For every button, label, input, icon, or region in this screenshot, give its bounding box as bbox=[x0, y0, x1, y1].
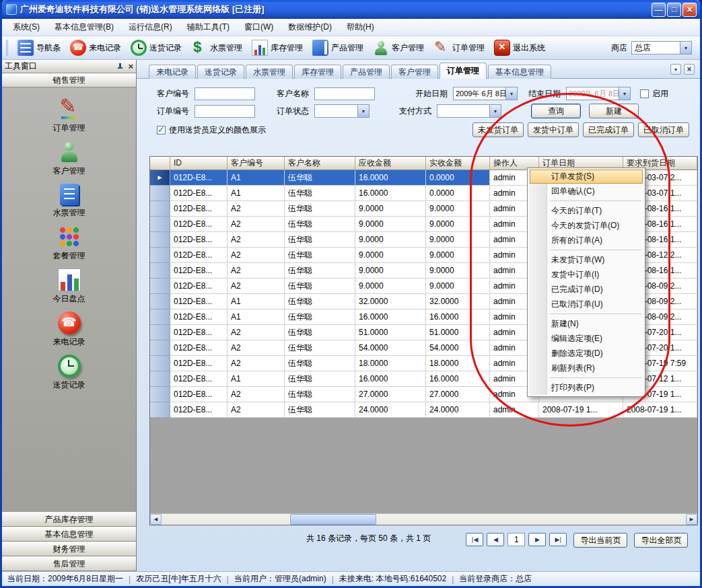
end-date-picker[interactable]: 2009年 6月 8日 bbox=[566, 87, 631, 100]
tab-7[interactable]: 订单管理 bbox=[440, 63, 487, 79]
context-menu-item[interactable]: 所有的订单(A) bbox=[528, 233, 644, 248]
tab-3[interactable]: 水票管理 bbox=[246, 65, 293, 79]
table-cell: 16.0000 bbox=[355, 170, 426, 186]
context-menu-item[interactable]: 发货中订单(I) bbox=[528, 267, 644, 282]
tab-6[interactable]: 客户管理 bbox=[391, 65, 438, 79]
toolbar-button[interactable]: 库存管理 bbox=[247, 38, 308, 57]
scroll-left-icon[interactable] bbox=[150, 514, 162, 525]
order-status-filter-button[interactable]: 已完成订单 bbox=[583, 122, 634, 137]
maximize-button[interactable]: □ bbox=[667, 3, 681, 17]
customer-name-input[interactable] bbox=[314, 87, 375, 100]
sidebar-item[interactable]: 订单管理 bbox=[2, 98, 136, 134]
sidebar-group-header[interactable]: 销售管理 bbox=[2, 73, 136, 87]
tab-2[interactable]: 送货记录 bbox=[197, 65, 244, 79]
close-button[interactable]: × bbox=[682, 3, 697, 17]
sidebar-item[interactable]: 送货记录 bbox=[2, 355, 136, 391]
sidebar-group-bar[interactable]: 基本信息管理 bbox=[2, 527, 136, 542]
order-status-filter-button[interactable]: 已取消订单 bbox=[638, 122, 689, 137]
context-menu-item[interactable]: 已完成订单(D) bbox=[528, 282, 644, 297]
table-row[interactable]: 012D-E8...A2伍华聪24.000024.0000admin2008-0… bbox=[150, 402, 697, 418]
context-menu-item[interactable]: 未发货订单(W) bbox=[528, 252, 644, 267]
context-menu-item[interactable]: 订单发货(S) bbox=[530, 170, 643, 184]
context-menu-item[interactable]: 打印列表(P) bbox=[528, 380, 644, 395]
order-status-label: 订单状态 bbox=[277, 106, 314, 117]
sidebar-item[interactable]: 今日盘点 bbox=[2, 268, 136, 305]
order-status-filter-button[interactable]: 发货中订单 bbox=[528, 122, 579, 137]
context-menu-item[interactable]: 今天的订单(T) bbox=[528, 203, 644, 218]
page-number-input[interactable] bbox=[507, 533, 525, 546]
chevron-down-icon[interactable] bbox=[680, 42, 691, 54]
tab-5[interactable]: 产品管理 bbox=[343, 65, 390, 79]
table-header-cell[interactable]: ID bbox=[170, 157, 227, 170]
menubar-item[interactable]: 运行信息(R) bbox=[122, 19, 179, 36]
chevron-down-icon[interactable] bbox=[619, 87, 630, 100]
horizontal-scrollbar[interactable] bbox=[150, 513, 697, 525]
minimize-button[interactable]: — bbox=[652, 3, 666, 17]
sidebar-item[interactable]: 客户管理 bbox=[2, 141, 136, 177]
pin-icon[interactable] bbox=[116, 63, 124, 71]
menubar-item[interactable]: 帮助(H) bbox=[340, 19, 381, 36]
context-menu-item[interactable]: 刷新列表(R) bbox=[528, 361, 644, 375]
scroll-right-icon[interactable] bbox=[686, 514, 697, 525]
toolbar-button[interactable]: 客户管理 bbox=[368, 38, 429, 57]
sidebar-item[interactable]: 套餐管理 bbox=[2, 225, 136, 262]
toolbar-button[interactable]: 水票管理 bbox=[186, 38, 247, 57]
sidebar-group-bar[interactable]: 售后管理 bbox=[2, 556, 136, 571]
sidebar-item[interactable]: 来电记录 bbox=[2, 311, 136, 348]
query-button[interactable]: 查询 bbox=[531, 104, 581, 118]
toolbar-button[interactable]: 送货记录 bbox=[126, 38, 186, 57]
menubar-item[interactable]: 窗口(W) bbox=[238, 19, 280, 36]
table-header-cell[interactable]: 实收金额 bbox=[426, 157, 490, 170]
menubar-item[interactable]: 辅助工具(T) bbox=[180, 19, 236, 36]
order-status-filter-button[interactable]: 未发货订单 bbox=[472, 122, 524, 137]
sidebar-item[interactable]: 水票管理 bbox=[2, 184, 136, 219]
context-menu-item[interactable]: 今天的发货订单(O) bbox=[528, 218, 644, 233]
chevron-down-icon[interactable] bbox=[489, 105, 501, 117]
chevron-down-icon[interactable] bbox=[505, 87, 517, 100]
order-no-input[interactable] bbox=[195, 105, 255, 118]
tab-4[interactable]: 库存管理 bbox=[294, 65, 341, 79]
table-header-cell[interactable]: 客户名称 bbox=[285, 157, 355, 170]
menubar-item[interactable]: 数据维护(D) bbox=[281, 19, 339, 36]
enable-checkbox[interactable] bbox=[640, 89, 649, 98]
sidebar-close-icon[interactable] bbox=[128, 61, 133, 71]
customer-no-input[interactable] bbox=[195, 87, 255, 100]
export-all-pages-button[interactable]: 导出全部页 bbox=[634, 533, 688, 548]
context-menu-item[interactable]: 回单确认(C) bbox=[528, 184, 644, 198]
chevron-down-icon[interactable] bbox=[357, 105, 369, 117]
order-status-combobox[interactable] bbox=[314, 104, 370, 118]
sidebar-group-bar[interactable]: 产品库存管理 bbox=[2, 512, 136, 527]
menubar-item[interactable]: 基本信息管理(B) bbox=[48, 19, 120, 36]
menubar-item[interactable]: 系统(S) bbox=[6, 19, 46, 36]
context-menu-item[interactable]: 已取消订单(U) bbox=[528, 297, 644, 311]
pay-method-combobox[interactable] bbox=[437, 104, 501, 118]
sidebar-group-bar[interactable]: 财务管理 bbox=[2, 542, 136, 556]
toolbar-button[interactable]: 退出系统 bbox=[489, 38, 550, 57]
context-menu-item[interactable]: 删除选定项(D) bbox=[528, 346, 644, 361]
table-header-cell[interactable]: 应收金额 bbox=[355, 157, 426, 170]
toolbar-button[interactable]: 来电记录 bbox=[65, 38, 126, 57]
export-current-page-button[interactable]: 导出当前页 bbox=[573, 533, 627, 548]
delivery-color-checkbox[interactable] bbox=[157, 126, 166, 135]
new-button[interactable]: 新建 bbox=[589, 104, 639, 118]
table-cell: 伍华聪 bbox=[285, 201, 355, 217]
scrollbar-track[interactable] bbox=[162, 514, 686, 525]
tab-close-icon[interactable] bbox=[684, 64, 695, 75]
toolbar-button[interactable]: 订单管理 bbox=[429, 38, 489, 57]
toolbar-grip[interactable] bbox=[6, 40, 9, 56]
prev-page-button[interactable]: ◀ bbox=[487, 533, 504, 546]
tab-list-chevron-down-icon[interactable] bbox=[670, 64, 681, 75]
toolbar-button[interactable]: 导航条 bbox=[13, 38, 65, 57]
store-combobox[interactable]: 总店 bbox=[631, 41, 692, 54]
start-date-picker[interactable]: 2009年 6月 8日 bbox=[453, 87, 518, 100]
scrollbar-thumb[interactable] bbox=[290, 514, 376, 525]
context-menu-item[interactable]: 新建(N) bbox=[528, 316, 644, 331]
tab-8[interactable]: 基本信息管理 bbox=[488, 65, 551, 79]
next-page-button[interactable]: ▶ bbox=[528, 533, 546, 546]
context-menu-item[interactable]: 编辑选定项(E) bbox=[528, 331, 644, 346]
first-page-button[interactable]: |◀ bbox=[466, 533, 483, 546]
toolbar-button[interactable]: 产品管理 bbox=[308, 38, 368, 57]
tab-1[interactable]: 来电记录 bbox=[149, 65, 196, 79]
table-header-cell[interactable]: 客户编号 bbox=[227, 157, 285, 170]
last-page-button[interactable]: ▶| bbox=[549, 533, 567, 546]
